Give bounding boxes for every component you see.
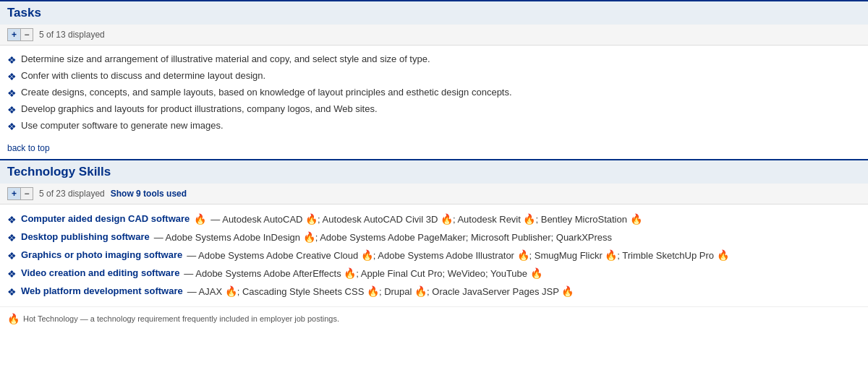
- hot-tech-icon: 🔥: [530, 267, 542, 279]
- hot-tech-icon: 🔥: [717, 249, 729, 261]
- tech-item-name: Web platform development software: [21, 285, 183, 296]
- list-item: ❖ Graphics or photo imaging software — A…: [7, 246, 861, 264]
- hot-tech-icon: 🔥: [361, 249, 373, 261]
- list-item: ❖ Determine size and arrangement of illu…: [7, 51, 861, 68]
- back-to-top-link[interactable]: back to top: [0, 140, 868, 159]
- list-item: ❖ Computer aided design CAD software 🔥 —…: [7, 210, 861, 228]
- plus-circle-icon: ❖: [7, 54, 17, 66]
- list-item: ❖ Desktop publishing software — Adobe Sy…: [7, 228, 861, 246]
- hot-tech-icon: 🔥: [630, 213, 642, 225]
- plus-circle-icon: ❖: [7, 214, 17, 225]
- hot-tech-icon: 🔥: [517, 249, 529, 261]
- tech-skills-list: ❖ Computer aided design CAD software 🔥 —…: [0, 205, 868, 306]
- hot-tech-icon: 🔥: [414, 285, 427, 297]
- tech-controls: + − 5 of 23 displayed Show 9 tools used: [0, 184, 868, 205]
- list-item: ❖ Use computer software to generate new …: [7, 118, 861, 134]
- hot-tech-icon: 🔥: [523, 213, 535, 225]
- tasks-count: 5 of 13 displayed: [39, 30, 105, 40]
- list-item: ❖ Develop graphics and layouts for produ…: [7, 101, 861, 118]
- tasks-section: Tasks + − 5 of 13 displayed ❖ Determine …: [0, 0, 868, 159]
- list-item: ❖ Confer with clients to discuss and det…: [7, 68, 861, 85]
- plus-circle-icon: ❖: [7, 121, 17, 132]
- hot-tech-icon: 🔥: [367, 285, 379, 297]
- tasks-list: ❖ Determine size and arrangement of illu…: [0, 46, 868, 140]
- plus-circle-icon: ❖: [7, 250, 17, 262]
- tasks-controls: + − 5 of 13 displayed: [0, 25, 868, 46]
- tech-skills-title: Technology Skills: [0, 159, 868, 184]
- tech-count: 5 of 23 displayed: [39, 189, 105, 199]
- tech-item-name: Video creation and editing software: [21, 267, 179, 278]
- tech-plus-btn[interactable]: +: [7, 187, 20, 200]
- hot-tech-icon: 🔥: [344, 267, 356, 279]
- hot-tech-icon: 🔥: [605, 249, 617, 261]
- plus-circle-icon: ❖: [7, 286, 17, 298]
- tasks-minus-btn[interactable]: −: [20, 28, 33, 41]
- tech-item-name: Computer aided design CAD software: [21, 213, 190, 224]
- hot-tech-icon: 🔥: [303, 231, 315, 243]
- plus-circle-icon: ❖: [7, 71, 17, 82]
- hot-tech-icon: 🔥: [305, 213, 318, 225]
- list-item: ❖ Video creation and editing software — …: [7, 264, 861, 283]
- hot-tech-note-text: Hot Technology — a technology requiremen…: [23, 314, 339, 323]
- tech-item-name: Graphics or photo imaging software: [21, 249, 182, 260]
- plus-circle-icon: ❖: [7, 268, 17, 280]
- hot-tech-icon: 🔥: [225, 285, 237, 297]
- show-tools-link[interactable]: Show 9 tools used: [111, 189, 187, 199]
- plus-circle-icon: ❖: [7, 232, 17, 244]
- hot-tech-icon: 🔥: [194, 213, 206, 225]
- hot-tech-icon: 🔥: [441, 213, 453, 225]
- hot-tech-note-icon: 🔥: [7, 313, 20, 324]
- tech-minus-btn[interactable]: −: [20, 187, 33, 200]
- plus-circle-icon: ❖: [7, 87, 17, 99]
- tasks-plus-btn[interactable]: +: [7, 28, 20, 41]
- plus-circle-icon: ❖: [7, 104, 17, 116]
- tech-expand-collapse[interactable]: + −: [7, 187, 33, 200]
- hot-tech-note: 🔥 Hot Technology — a technology requirem…: [0, 306, 868, 330]
- list-item: ❖ Web platform development software — AJ…: [7, 283, 861, 301]
- hot-tech-icon: 🔥: [561, 285, 574, 297]
- tasks-expand-collapse[interactable]: + −: [7, 28, 33, 41]
- list-item: ❖ Create designs, concepts, and sample l…: [7, 85, 861, 101]
- tasks-title: Tasks: [0, 0, 868, 25]
- tech-item-name: Desktop publishing software: [21, 231, 150, 242]
- technology-skills-section: Technology Skills + − 5 of 23 displayed …: [0, 159, 868, 330]
